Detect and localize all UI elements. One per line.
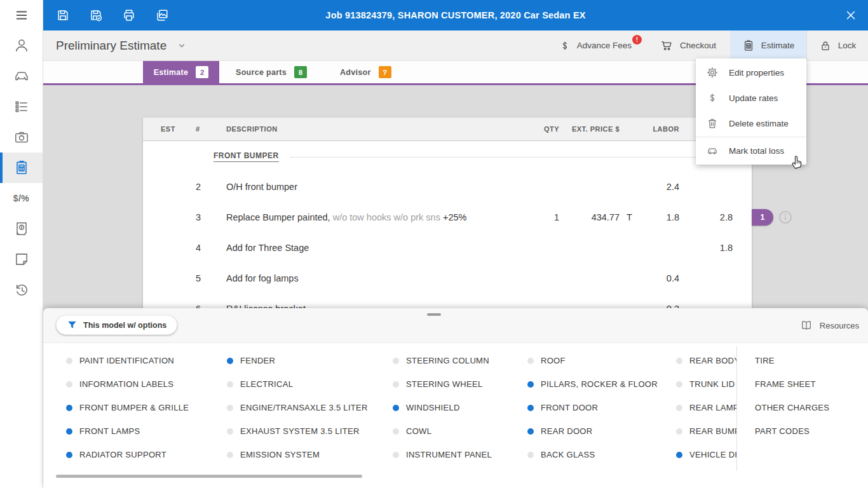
table-row[interactable]: 2 O/H front bumper 2.4 bbox=[143, 172, 752, 202]
category-item[interactable]: COWL bbox=[393, 419, 492, 443]
category-item[interactable]: ENGINE/TRANSAXLE 3.5 LITER bbox=[227, 396, 368, 419]
group-label[interactable]: FRONT BUMPER bbox=[214, 151, 279, 162]
sidebar: $/% bbox=[0, 0, 43, 488]
category-item[interactable]: PAINT IDENTIFICATION bbox=[66, 349, 189, 372]
job-title: Job 913824379, SHARON CUSTOMER, 2020 Car… bbox=[325, 10, 585, 20]
print-icon[interactable] bbox=[121, 7, 137, 24]
sidebar-item-estimate[interactable] bbox=[0, 152, 43, 183]
category-item[interactable]: VEHICLE DIA bbox=[676, 443, 736, 466]
labor-value: 2.4 bbox=[641, 182, 679, 192]
sidebar-item-history[interactable] bbox=[0, 274, 43, 305]
category-dot bbox=[393, 358, 399, 364]
category-item[interactable]: OTHER CHARGES bbox=[755, 396, 829, 419]
line-description: Add for Three Stage bbox=[226, 243, 521, 253]
table-row[interactable]: 3 Replace Bumper painted, w/o tow hooks … bbox=[143, 202, 752, 233]
category-item[interactable]: STEERING WHEEL bbox=[393, 372, 492, 396]
supplement-badge[interactable]: 1 bbox=[752, 209, 773, 226]
line-number: 5 bbox=[196, 273, 226, 283]
category-item[interactable]: STEERING COLUMN bbox=[393, 349, 492, 372]
menu-item-edit-properties[interactable]: Edit properties bbox=[696, 60, 806, 85]
column-divider bbox=[736, 346, 737, 471]
tab-advisor[interactable]: Advisor ? bbox=[323, 61, 408, 83]
checkout-button[interactable]: Checkout bbox=[646, 30, 730, 60]
category-item[interactable]: PILLARS, ROCKER & FLOOR bbox=[527, 372, 658, 396]
resources-label: Resources bbox=[820, 321, 859, 330]
menu-item-update-rates[interactable]: Update rates bbox=[696, 85, 806, 111]
col-description: DESCRIPTION bbox=[226, 125, 521, 133]
photo-gallery-icon[interactable] bbox=[154, 7, 170, 24]
category-item[interactable]: INFORMATION LABELS bbox=[66, 372, 189, 396]
car-icon bbox=[706, 144, 719, 157]
hamburger-icon bbox=[14, 8, 29, 23]
estimate-dropdown-menu: Edit properties Update rates Delete esti… bbox=[696, 58, 806, 165]
category-item[interactable]: BACK GLASS bbox=[527, 443, 658, 466]
tab-source-parts-badge: 8 bbox=[294, 66, 307, 78]
category-item[interactable]: FRAME SHEET bbox=[755, 372, 829, 396]
line-number: 4 bbox=[196, 243, 226, 253]
category-dot bbox=[66, 405, 72, 411]
menu-item-delete-estimate[interactable]: Delete estimate bbox=[696, 111, 806, 136]
dollar-icon bbox=[706, 92, 719, 104]
drag-handle[interactable] bbox=[427, 313, 441, 316]
chevron-down-icon[interactable] bbox=[175, 39, 188, 52]
line-description: Replace Bumper painted, w/o tow hooks w/… bbox=[226, 212, 521, 222]
estimate-menu-label: Estimate bbox=[761, 41, 795, 50]
category-item[interactable]: FRONT BUMPER & GRILLE bbox=[66, 396, 189, 419]
category-item[interactable]: TIRE bbox=[755, 349, 829, 372]
category-item[interactable]: REAR LAMP bbox=[676, 396, 736, 419]
hamburger-menu-button[interactable] bbox=[0, 0, 43, 30]
category-dot bbox=[676, 381, 682, 388]
category-item[interactable]: TRUNK LID bbox=[676, 372, 736, 396]
tab-estimate[interactable]: Estimate 2 bbox=[143, 61, 219, 83]
col-ext-price: EXT. PRICE $ bbox=[559, 125, 620, 133]
info-icon[interactable] bbox=[778, 210, 793, 225]
open-book-icon bbox=[799, 319, 813, 332]
table-row[interactable]: 4 Add for Three Stage 1.8 bbox=[143, 233, 752, 263]
checkout-label: Checkout bbox=[680, 41, 716, 50]
lock-button[interactable]: Lock bbox=[807, 30, 868, 60]
save-confirm-icon[interactable] bbox=[88, 7, 104, 24]
lock-icon bbox=[819, 39, 832, 52]
category-item[interactable]: REAR DOOR bbox=[527, 419, 658, 443]
sidebar-item-rates[interactable]: $/% bbox=[0, 183, 43, 214]
category-item[interactable]: EMISSION SYSTEM bbox=[227, 443, 368, 466]
category-item[interactable]: FRONT DOOR bbox=[527, 396, 658, 419]
tax-flag: T bbox=[620, 212, 641, 222]
category-item[interactable]: ROOF bbox=[527, 349, 658, 372]
category-column: REAR BODY TRUNK LID REAR LAMP REAR BUMP … bbox=[676, 349, 736, 466]
model-filter-chip[interactable]: This model w/ options bbox=[56, 315, 177, 335]
category-item[interactable]: WINDSHIELD bbox=[393, 396, 492, 419]
group-row-front-bumper: FRONT BUMPER bbox=[143, 141, 752, 172]
sidebar-item-vehicle[interactable] bbox=[0, 61, 43, 92]
advance-fees-button[interactable]: Advance Fees ! bbox=[545, 30, 646, 60]
sidebar-item-payments[interactable] bbox=[0, 214, 43, 244]
category-item[interactable]: ELECTRICAL bbox=[227, 372, 368, 396]
tab-source-parts[interactable]: Source parts 8 bbox=[219, 61, 323, 83]
category-item[interactable]: EXHAUST SYSTEM 3.5 LITER bbox=[227, 419, 368, 443]
table-row[interactable]: 5 Add for fog lamps 0.4 bbox=[143, 263, 752, 294]
category-dot bbox=[393, 428, 399, 435]
resources-button[interactable]: Resources bbox=[799, 317, 859, 334]
sidebar-item-customer[interactable] bbox=[0, 30, 43, 61]
category-item[interactable]: FRONT LAMPS bbox=[66, 419, 189, 443]
category-dot bbox=[527, 452, 534, 458]
category-item[interactable]: REAR BODY bbox=[676, 349, 736, 372]
menu-item-mark-total-loss[interactable]: Mark total loss bbox=[696, 138, 806, 163]
line-number: 3 bbox=[196, 212, 226, 222]
line-option-note: w/o tow hooks w/o prk sns bbox=[330, 212, 443, 222]
sidebar-item-checklist[interactable] bbox=[0, 92, 43, 122]
clipboard-icon bbox=[742, 39, 755, 52]
labor-value: 0.4 bbox=[641, 273, 679, 283]
category-item[interactable]: RADIATOR SUPPORT bbox=[66, 443, 189, 466]
category-dot bbox=[227, 381, 233, 388]
save-icon[interactable] bbox=[55, 7, 71, 24]
category-item[interactable]: PART CODES bbox=[755, 419, 829, 443]
category-item[interactable]: INSTRUMENT PANEL bbox=[393, 443, 492, 466]
category-item[interactable]: FENDER bbox=[227, 349, 368, 372]
close-icon[interactable] bbox=[841, 6, 860, 25]
estimate-menu-button[interactable]: Estimate bbox=[730, 30, 806, 60]
sidebar-item-notes[interactable] bbox=[0, 244, 43, 274]
horizontal-scrollbar[interactable] bbox=[56, 475, 362, 478]
sidebar-item-photos[interactable] bbox=[0, 122, 43, 152]
category-item[interactable]: REAR BUMP bbox=[676, 419, 736, 443]
